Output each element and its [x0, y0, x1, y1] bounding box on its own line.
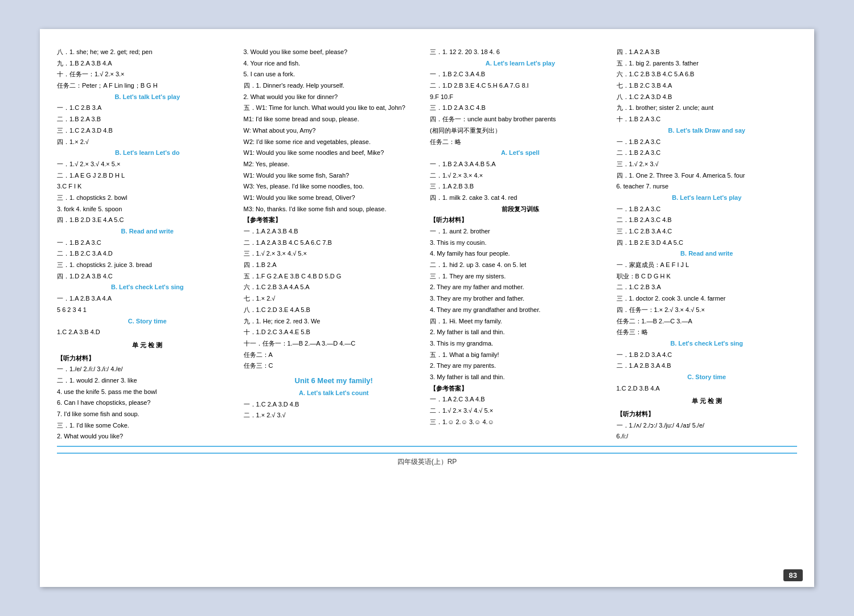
answer-line: 任务二：1.—B 2.—C 3.—A: [617, 316, 798, 327]
answer-line: 三．1. They are my sisters.: [430, 271, 611, 282]
answer-line: 4. They are my grandfather and brother.: [430, 305, 611, 315]
answer-line: 五．W1: Time for lunch. What would you lik…: [244, 102, 425, 113]
answer-line: 九．1. brother; sister 2. uncle; aunt: [617, 102, 798, 113]
answer-line: 【听力材料】: [430, 215, 611, 225]
answer-line: 四．任务一：uncle aunt baby brother parents: [430, 114, 611, 125]
answer-line: W3: Yes, please. I'd like some noodles, …: [244, 181, 425, 192]
answer-line: 单 元 检 测: [57, 340, 238, 351]
answer-line: 1.C 2.A 3.B 4.D: [57, 327, 238, 338]
answer-line: 3. This is my cousin.: [430, 237, 611, 248]
answer-line: 5. I can use a fork.: [244, 69, 425, 80]
answer-line: 三．1. I'd like some Coke.: [57, 420, 238, 431]
answer-line: 十．1.D 2.C 3.A 4.E 5.B: [244, 327, 425, 338]
answer-line: B. Read and write: [617, 248, 798, 259]
answer-line: 2. They are my father and mother.: [430, 282, 611, 293]
answer-line: 三．1. 12 2. 20 3. 18 4. 6: [430, 47, 611, 58]
answer-line: 一．1.C 2.B 3.A: [57, 102, 238, 113]
column-1: 八．1. she; he; we 2. get; red; pen九．1.B 2…: [57, 46, 238, 442]
answer-line: 三．1.√ 2.× 3.√: [617, 159, 798, 170]
answer-line: M3: No, thanks. I'd like some fish and s…: [244, 204, 425, 215]
answer-line: 4. My family has four people.: [430, 248, 611, 259]
answer-line: 三．1. chopsticks 2. bowl: [57, 192, 238, 203]
answer-line: 任务二：略: [430, 137, 611, 147]
answer-line: 4. use the knife 5. pass me the bowl: [57, 387, 238, 397]
answer-line: 一．1.B 2.A 3.C: [617, 204, 798, 215]
answer-line: C. Story time: [617, 372, 798, 383]
page-number: 83: [783, 569, 803, 581]
answer-line: 三．1.☺ 2.☺ 3.☺ 4.☺: [430, 417, 611, 428]
answer-line: 一．1.B 2.A 3.C: [617, 137, 798, 147]
answer-line: 四．1.A 2.A 3.B: [617, 47, 798, 58]
answer-line: B. Let's talk Draw and say: [617, 125, 798, 136]
answer-line: 三．1.C 2.A 3.D 4.B: [57, 125, 238, 136]
answer-line: 三．1. chopsticks 2. juice 3. bread: [57, 260, 238, 270]
answer-line: 五．1.F G 2.A E 3.B C 4.B D 5.D G: [244, 271, 425, 282]
answer-line: A. Let's learn Let's play: [430, 58, 611, 69]
answer-line: 十．任务一：1.√ 2.× 3.×: [57, 69, 238, 80]
answer-line: 7. I'd like some fish and soup.: [57, 409, 238, 420]
answer-line: 任务二：A: [244, 350, 425, 360]
answer-line: 一．1.A 2.A 3.B 4.B: [244, 226, 425, 237]
answer-line: B. Let's learn Let's do: [57, 147, 238, 158]
answer-line: 前段复习训练: [430, 204, 611, 215]
answer-line: 9.F 10.F: [430, 92, 611, 102]
answer-line: 三．1.√ 2.× 3.× 4.√ 5.×: [244, 248, 425, 259]
footer-label: 四年级英语(上）RP: [397, 458, 457, 466]
answer-line: 一．1./e/ 2./i:/ 3./i:/ 4./e/: [57, 364, 238, 375]
answer-line: 三．1.A 2.B 3.B: [430, 181, 611, 192]
answer-line: 3. My father is tall and thin.: [430, 372, 611, 383]
answer-line: 二．1. would 2. dinner 3. like: [57, 375, 238, 386]
answer-line: 一．1./ʌ/ 2./ɔ:/ 3./ju:/ 4./aɪ/ 5./e/: [617, 420, 798, 431]
answer-line: 任务二：Peter；A F Lin ling；B G H: [57, 80, 238, 91]
answer-line: 四．1.× 2.√: [57, 137, 238, 147]
answer-line: 四．1. milk 2. cake 3. cat 4. red: [430, 192, 611, 203]
answer-line: 二．1.D 2.B 3.E 4.C 5.H 6.A 7.G 8.I: [430, 80, 611, 91]
answer-line: Unit 6 Meet my family!: [244, 375, 425, 387]
answer-line: 四．1.D 2.A 3.B 4.C: [57, 271, 238, 282]
answer-line: 九．1. He; rice 2. red 3. We: [244, 316, 425, 327]
answer-line: 单 元 检 测: [617, 396, 798, 406]
answer-line: W1: Would you like some fish, Sarah?: [244, 170, 425, 181]
answer-line: 一．1.C 2.A 3.D 4.B: [244, 399, 425, 410]
answer-line: A. Let's talk Let's count: [244, 388, 425, 399]
answer-line: 一．家庭成员：A E F I J L: [617, 260, 798, 270]
answer-line: 四．1.B 2.A: [244, 260, 425, 270]
answer-line: 2. My father is tall and thin.: [430, 327, 611, 338]
answer-line: 四．1. Hi. Meet my family.: [430, 316, 611, 327]
answer-line: W: What about you, Amy?: [244, 125, 425, 136]
answer-line: 一．1.B 2.D 3.A 4.C: [617, 350, 798, 360]
answer-line: C. Story time: [57, 316, 238, 327]
answer-line: 八．1. she; he; we 2. get; red; pen: [57, 47, 238, 58]
footer-text: 四年级英语(上）RP: [57, 453, 797, 467]
answer-line: 七．1.× 2.√: [244, 293, 425, 304]
answer-line: 一．1.A 2.C 3.A 4.B: [430, 394, 611, 405]
answer-line: 二．1.B 2.C 3.A 4.D: [57, 248, 238, 259]
answer-line: 一．1.√ 2.× 3.√ 4.× 5.×: [57, 159, 238, 170]
answer-line: 6./i:/: [617, 431, 798, 442]
column-4: 四．1.A 2.A 3.B五．1. big 2. parents 3. fath…: [617, 46, 798, 442]
answer-line: 二．1.A 2.B 3.A 4.B: [617, 360, 798, 371]
answer-line: 【听力材料】: [617, 409, 798, 420]
answer-line: 二．1.B 2.A 3.C: [617, 147, 798, 158]
column-3: 三．1. 12 2. 20 3. 18 4. 6A. Let's learn L…: [430, 46, 611, 442]
answer-line: 二．1.√ 2.× 3.√ 4.√ 5.×: [430, 405, 611, 416]
answer-line: B. Let's check Let's sing: [617, 338, 798, 349]
answer-line: 四．1.B 2.E 3.D 4.A 5.C: [617, 237, 798, 248]
answer-line: 二．1.A E G J 2.B D H L: [57, 170, 238, 181]
answer-line: 六．1.C 2.B 3.A 4.A 5.A: [244, 282, 425, 293]
answer-line: 十一．任务一：1.—B 2.—A 3.—D 4.—C: [244, 338, 425, 349]
answer-line: 【参考答案】: [244, 215, 425, 225]
answer-line: 二．1.B 2.A 3.B: [57, 114, 238, 125]
answer-line: M1: I'd like some bread and soup, please…: [244, 114, 425, 125]
answer-line: 3. fork 4. knife 5. spoon: [57, 204, 238, 215]
answer-line: 一．1.B 2.A 3.C: [57, 237, 238, 248]
footer-divider: [57, 446, 797, 447]
answer-line: B. Let's learn Let's play: [617, 192, 798, 203]
answer-line: 任务三：略: [617, 327, 798, 338]
answer-line: 【听力材料】: [57, 353, 238, 364]
answer-line: 九．1.B 2.A 3.B 4.A: [57, 58, 238, 69]
answer-line: 二．1.A 2.A 3.B 4.C 5.A 6.C 7.B: [244, 237, 425, 248]
answer-line: 6. Can I have chopsticks, please?: [57, 397, 238, 408]
answer-line: 四．1. Dinner's ready. Help yourself.: [244, 80, 425, 91]
answer-line: 三．1. doctor 2. cook 3. uncle 4. farmer: [617, 293, 798, 304]
